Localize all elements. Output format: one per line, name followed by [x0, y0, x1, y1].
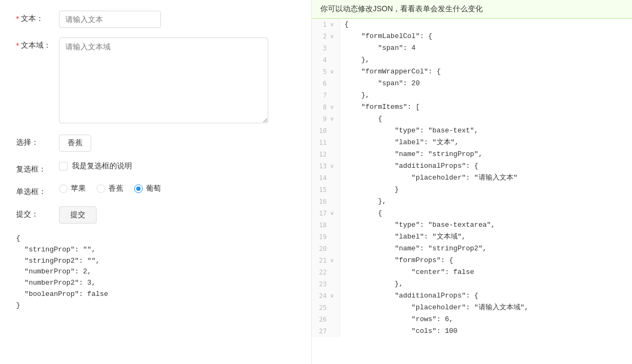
line-number: 18 — [316, 219, 327, 231]
line-content: }, — [340, 54, 374, 66]
fold-icon[interactable]: v — [329, 257, 335, 264]
submit-wrapper: 提交 — [59, 206, 295, 224]
line-content: }, — [340, 196, 391, 207]
fold-icon — [329, 222, 335, 228]
textarea-input[interactable] — [59, 38, 268, 123]
line-content: "label": "文本域", — [340, 231, 470, 243]
line-number: 27 — [316, 325, 327, 337]
fold-icon — [329, 92, 335, 99]
line-content: "label": "文本", — [340, 137, 463, 148]
code-line: 7 }, — [312, 90, 632, 101]
select-field-row: 选择： 香蕉 — [16, 135, 295, 152]
code-line: 23 }, — [312, 278, 632, 290]
right-panel: 你可以动态修改JSON，看看表单会发生什么变化 1v{2v "formLabel… — [311, 0, 632, 364]
line-content: "name": "stringProp", — [340, 148, 487, 160]
code-line: 5v "formWrapperCol": { — [312, 66, 632, 78]
line-gutter: 9v — [312, 113, 340, 125]
line-number: 14 — [316, 172, 327, 184]
line-gutter: 15 — [312, 184, 340, 196]
radio-label-text: 单选框： — [16, 187, 46, 197]
fold-icon — [329, 151, 335, 158]
checkbox-description: 我是复选框的说明 — [72, 161, 132, 171]
line-number: 7 — [316, 90, 327, 101]
submit-field-row: 提交： 提交 — [16, 206, 295, 224]
textarea-field-row: * 文本域： — [16, 38, 295, 125]
line-gutter: 25 — [312, 302, 340, 314]
line-number: 21 — [316, 255, 327, 266]
line-number: 26 — [316, 314, 327, 325]
line-number: 23 — [316, 278, 327, 290]
select-button[interactable]: 香蕉 — [59, 135, 91, 152]
line-content: "formWrapperCol": { — [340, 66, 445, 78]
fold-icon — [329, 281, 335, 287]
submit-button[interactable]: 提交 — [59, 206, 97, 224]
text-input[interactable] — [59, 11, 161, 28]
radio-field-row: 单选框： 苹果 香蕉 葡萄 — [16, 184, 295, 197]
code-line: 1v{ — [312, 19, 632, 31]
required-star-text: * — [16, 14, 19, 23]
line-content: { — [340, 113, 386, 125]
json-line-3: "numberProp": 2, — [16, 266, 295, 278]
checkbox-field-row: 复选框： 我是复选框的说明 — [16, 161, 295, 174]
line-number: 11 — [316, 137, 327, 148]
code-line: 25 "placeholder": "请输入文本域", — [312, 302, 632, 314]
json-line-2: "stringProp2": "", — [16, 256, 295, 267]
fold-icon[interactable]: v — [329, 293, 335, 299]
fold-icon — [329, 175, 335, 181]
code-line: 10 "type": "base-text", — [312, 125, 632, 137]
code-editor[interactable]: 1v{2v "formLabelCol": {3 "span": 44 },5v… — [312, 19, 632, 364]
line-gutter: 5v — [312, 66, 340, 78]
fold-icon — [329, 304, 335, 311]
line-number: 3 — [316, 42, 327, 54]
line-number: 9 — [316, 113, 327, 125]
line-gutter: 12 — [312, 148, 340, 160]
line-content: } — [340, 184, 403, 196]
json-line-5: "booleanProp": false — [16, 289, 295, 300]
fold-icon — [329, 246, 335, 252]
line-content: "cols": 100 — [340, 325, 462, 337]
line-content: "type": "base-textarea", — [340, 219, 499, 231]
fold-icon — [329, 128, 335, 134]
fold-icon — [329, 187, 335, 193]
radio-option-apple[interactable]: 苹果 — [59, 184, 86, 194]
code-line: 22 "center": false — [312, 266, 632, 278]
fold-icon[interactable]: v — [329, 69, 335, 75]
select-label-text: 选择： — [16, 138, 39, 147]
code-line: 2v "formLabelCol": { — [312, 31, 632, 42]
line-number: 6 — [316, 78, 327, 90]
line-gutter: 17v — [312, 207, 340, 219]
line-number: 4 — [316, 54, 327, 66]
radio-circle-banana — [97, 184, 105, 193]
line-number: 22 — [316, 266, 327, 278]
fold-icon — [329, 57, 335, 63]
radio-option-banana[interactable]: 香蕉 — [97, 184, 123, 194]
code-line: 24v "additionalProps": { — [312, 290, 632, 302]
line-content: "formItems": [ — [340, 101, 424, 113]
line-gutter: 13v — [312, 160, 340, 172]
line-content: "type": "base-text", — [340, 125, 483, 137]
required-star-textarea: * — [16, 41, 19, 50]
line-content: "placeholder": "请输入文本" — [340, 172, 521, 184]
line-content: }, — [340, 278, 407, 290]
fold-icon[interactable]: v — [329, 163, 335, 169]
fold-icon[interactable]: v — [329, 210, 335, 217]
line-content: { — [340, 207, 386, 219]
line-gutter: 10 — [312, 125, 340, 137]
editor-banner: 你可以动态修改JSON，看看表单会发生什么变化 — [312, 0, 632, 19]
fold-icon[interactable]: v — [329, 116, 335, 122]
line-number: 19 — [316, 231, 327, 243]
checkbox-input[interactable] — [59, 162, 68, 170]
fold-icon[interactable]: v — [329, 33, 335, 40]
line-content: "formLabelCol": { — [340, 31, 437, 42]
fold-icon[interactable]: v — [329, 21, 335, 28]
code-line: 12 "name": "stringProp", — [312, 148, 632, 160]
line-content: "name": "stringProp2", — [340, 243, 491, 255]
checkbox-label-text: 复选框： — [16, 165, 46, 174]
radio-option-grape[interactable]: 葡萄 — [134, 184, 161, 194]
line-number: 15 — [316, 184, 327, 196]
fold-icon — [329, 45, 335, 51]
json-line-1: "stringProp": "", — [16, 244, 295, 256]
fold-icon[interactable]: v — [329, 104, 335, 110]
fold-icon — [329, 269, 335, 276]
code-line: 19 "label": "文本域", — [312, 231, 632, 243]
